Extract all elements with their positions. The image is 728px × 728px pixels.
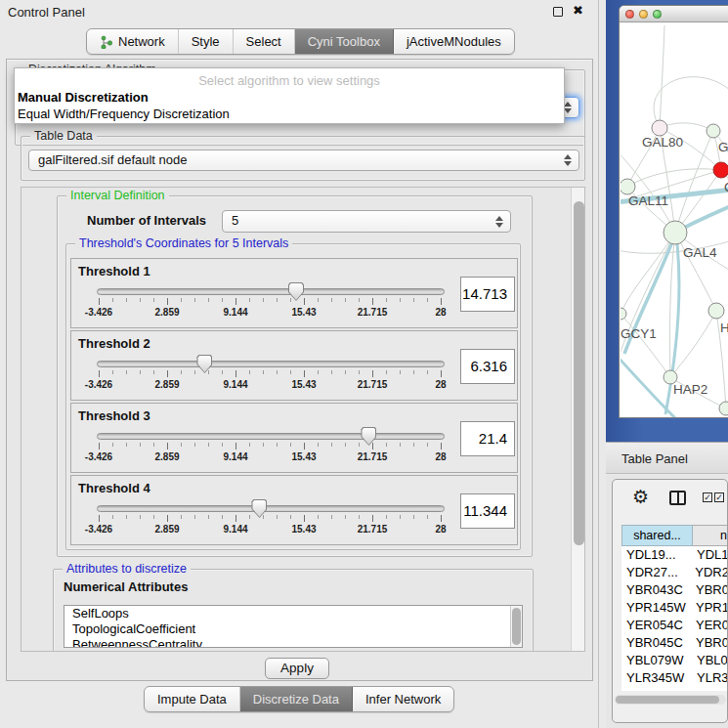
threshold-slider-track[interactable] (97, 361, 445, 367)
attributes-list-scrollbar[interactable] (510, 606, 522, 648)
apply-button[interactable]: Apply (265, 658, 329, 679)
network-node[interactable] (621, 179, 635, 194)
table-cell-shared-name: YBL079W (621, 652, 693, 669)
tick-minor (112, 443, 113, 447)
tick-major (99, 298, 100, 305)
bottom-tab-infer-network[interactable]: Infer Network (353, 687, 453, 711)
split-columns-icon[interactable] (669, 491, 686, 505)
checkbox-icon[interactable]: ✓ (703, 492, 712, 502)
tick-major (304, 515, 305, 522)
network-node[interactable] (713, 162, 728, 178)
threshold-slider-knob[interactable] (251, 499, 267, 518)
network-view-window[interactable]: GAL80GCGAL11GAL4GCY1HHAP2 (619, 5, 728, 418)
tick-minor (386, 443, 387, 447)
settings-vertical-scrollbar[interactable] (571, 188, 585, 651)
tab-jactivemnodules[interactable]: jActiveMNodules (394, 29, 514, 54)
network-node[interactable] (621, 308, 626, 320)
popup-item-manual-discretization[interactable]: Manual Discretization (15, 89, 564, 106)
threshold-slider-knob[interactable] (196, 355, 212, 373)
table-data-combobox[interactable]: galFiltered.sif default node (28, 150, 579, 171)
table-row[interactable]: YLR345WYLR3 (621, 669, 728, 687)
network-node[interactable] (707, 124, 720, 138)
table-row[interactable]: YDL19...YDL1 (621, 546, 728, 564)
attribute-item-betweennesscentrality[interactable]: BetweennessCentrality (64, 637, 522, 648)
network-desktop: GAL80GCGAL11GAL4GCY1HHAP2 (606, 0, 728, 442)
table-row[interactable]: YBR045CYBR0 (621, 634, 728, 652)
tick-minor (194, 298, 195, 302)
tick-minor (140, 515, 141, 519)
tick-label: 9.144 (206, 451, 265, 462)
bottom-tab-impute-data[interactable]: Impute Data (145, 687, 240, 711)
table-cell-name: YBL0 (693, 652, 728, 669)
tab-select[interactable]: Select (234, 29, 295, 54)
bottom-tab-discretize-data[interactable]: Discretize Data (240, 687, 353, 711)
threshold-slider-knob[interactable] (361, 427, 376, 446)
threshold-label: Threshold 4 (78, 481, 150, 495)
tick-minor (112, 298, 113, 302)
tick-minor (290, 443, 291, 447)
tick-minor (126, 443, 127, 447)
table-horizontal-scrollbar[interactable] (615, 695, 726, 705)
table-row[interactable]: YBR043CYBR0 (621, 581, 728, 599)
threshold-value-field[interactable]: 14.713 (460, 277, 515, 312)
numerical-attributes-list[interactable]: SelfLoopsTopologicalCoefficientBetweenne… (64, 605, 523, 648)
threshold-slider-track[interactable] (97, 505, 445, 512)
network-graph[interactable]: GAL80GCGAL11GAL4GCY1HHAP2 (621, 23, 728, 418)
number-of-intervals-combobox[interactable]: 5 (222, 210, 511, 233)
settings-scrollbar-thumb[interactable] (574, 201, 584, 545)
threshold-value-field[interactable]: 11.344 (460, 493, 515, 529)
table-row[interactable]: YBL079WYBL0 (621, 652, 728, 669)
network-canvas[interactable]: GAL80GCGAL11GAL4GCY1HHAP2 (621, 23, 728, 418)
float-window-icon[interactable] (553, 7, 563, 17)
tick-major (372, 298, 373, 305)
network-node[interactable] (719, 402, 728, 415)
zoom-traffic-light-icon[interactable] (653, 10, 662, 19)
threshold-slider-track[interactable] (97, 433, 445, 440)
tab-network[interactable]: Network (87, 29, 179, 54)
tick-minor (208, 298, 209, 302)
threshold-value-field[interactable]: 6.316 (460, 349, 515, 384)
column-header-name[interactable]: n (693, 525, 728, 546)
table-cell-shared-name: YLR345W (621, 669, 693, 687)
bottom-tab-discretize-data-label: Discretize Data (253, 692, 339, 707)
network-window-titlebar[interactable] (620, 6, 728, 22)
tick-minor (290, 370, 291, 374)
gear-icon[interactable]: ⚙ (632, 486, 649, 508)
minimize-traffic-light-icon[interactable] (639, 10, 648, 19)
table-row[interactable]: YDR27...YDR2 (621, 564, 728, 581)
table-cell-name: YBR0 (692, 634, 728, 652)
tab-cyni-toolbox[interactable]: Cyni Toolbox (295, 29, 394, 54)
network-node[interactable] (664, 221, 687, 244)
table-row[interactable]: YPR145WYPR1 (621, 599, 728, 617)
control-panel: Control Panel ✖ NetworkStyleSelectCyni T… (0, 0, 599, 728)
tick-minor (222, 515, 223, 519)
network-node[interactable] (708, 303, 724, 319)
tick-minor (400, 298, 401, 302)
attributes-group-title: Attributes to discretize (63, 562, 191, 576)
attribute-item-topologicalcoefficient[interactable]: TopologicalCoefficient (64, 621, 522, 637)
table-row[interactable]: YER054CYER0 (621, 617, 728, 634)
tick-major (99, 515, 100, 522)
attribute-item-selfloops[interactable]: SelfLoops (64, 606, 522, 621)
column-header-shared[interactable]: shared... (621, 525, 693, 546)
threshold-value-field[interactable]: 21.4 (460, 421, 515, 456)
table-hscrollbar-thumb[interactable] (616, 696, 719, 704)
popup-item-equal-width-frequency-discretization[interactable]: Equal Width/Frequency Discretization (15, 106, 564, 122)
attributes-scrollbar-thumb[interactable] (512, 608, 521, 645)
tick-minor (318, 515, 319, 519)
tab-style[interactable]: Style (179, 29, 234, 54)
tick-minor (413, 515, 414, 519)
network-node[interactable] (652, 120, 667, 136)
close-icon[interactable]: ✖ (573, 3, 583, 18)
table-row[interactable]: YIL053CYIL0 (621, 687, 728, 691)
close-traffic-light-icon[interactable] (625, 10, 634, 19)
tick-minor (181, 370, 182, 374)
tick-minor (345, 298, 346, 302)
tick-label: -3.426 (69, 307, 128, 318)
tick-minor (386, 370, 387, 374)
threshold-slider-knob[interactable] (288, 282, 304, 301)
checkbox-icon[interactable]: ✓ (714, 492, 724, 502)
tick-minor (222, 298, 223, 302)
table-cell-name: YER0 (692, 617, 728, 634)
threshold-slider-track[interactable] (97, 288, 445, 295)
